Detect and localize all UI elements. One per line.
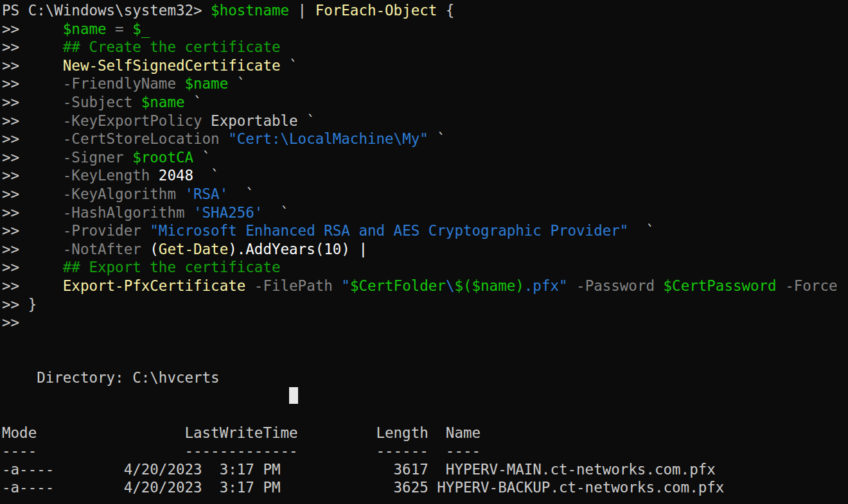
terminal-text: ForEach-Object [315,2,437,19]
terminal-text: $CertFolder [350,277,446,294]
terminal-text [2,387,289,404]
terminal-text: Get-Date [159,241,228,257]
terminal-line [2,405,848,424]
terminal-line: >> -NotAfter (Get-Date).AddYears(10) | [2,240,848,259]
terminal-text: 2048 [159,167,193,184]
terminal-text: >> [2,75,63,92]
terminal-line [2,332,848,351]
terminal-line: Mode LastWriteTime Length Name [2,424,848,442]
terminal-text: >> [2,222,63,239]
terminal-text: ## Create the certificate [63,39,281,55]
terminal-line: >> ## Export the certificate [2,258,848,277]
terminal-text: -a---- 4/20/2023 3:17 PM 3617 HYPERV-MAI… [2,461,716,478]
terminal-text: -Force [785,277,837,294]
terminal-text: ` [193,167,220,184]
terminal-line: >> Export-PfxCertificate -FilePath "$Cer… [2,277,848,295]
terminal-line: ---- ------------- ------ ---- [2,442,848,460]
terminal-cursor [289,387,298,404]
terminal-text: -FriendlyName [63,75,176,92]
terminal-text: >> [2,314,19,331]
terminal-text: .pfx" [524,277,568,294]
terminal-text: $name [184,75,228,92]
terminal-text: ` [228,75,245,92]
terminal-line: >> [2,313,848,332]
terminal-text: ` [428,130,446,147]
terminal-line: >> $name = $_ [2,20,848,39]
terminal-text [655,277,664,294]
terminal-line: >> New-SelfSignedCertificate ` [2,56,848,75]
terminal-text: Mode LastWriteTime Length Name [2,424,481,441]
terminal-text: -CertStoreLocation [63,130,220,147]
terminal-text: $CertPassword [664,277,777,294]
terminal-text [124,21,133,37]
terminal-text: >> [2,149,63,166]
terminal-text [124,149,133,166]
terminal-text [333,277,342,294]
terminal-text: "Cert:\LocalMachine\My" [228,130,428,147]
terminal-text: 'SHA256' [193,204,263,221]
terminal-text: | [289,2,315,19]
terminal-text: $($name) [454,277,524,294]
terminal-line: >> -FriendlyName $name ` [2,74,848,93]
terminal-text: $hostname [211,2,289,19]
terminal-text: >> [2,130,63,147]
terminal-text: $rootCA [132,149,193,166]
terminal-text: -a---- 4/20/2023 3:17 PM 3625 HYPERV-BAC… [2,479,724,496]
terminal-text: \ [446,277,455,294]
terminal-line: >> -Subject $name ` [2,93,848,112]
powershell-window: { "terminal": { "background": "#0c0c0c",… [0,0,848,504]
terminal-text [132,94,141,110]
terminal-text: -Password [576,277,655,294]
terminal-text: PS C:\Windows\system32> [2,2,211,19]
terminal-line: >> -KeyAlgorithm 'RSA' ` [2,185,848,204]
terminal-text: ` [628,222,655,239]
terminal-text: ` [280,57,297,74]
terminal-text: ` [228,186,254,202]
terminal-line: >> -KeyLength 2048 ` [2,166,848,185]
terminal-text [176,186,185,202]
terminal-text: { [437,2,454,19]
terminal-text: >> [2,112,63,129]
terminal-text: -Subject [63,94,132,110]
terminal-text [107,21,116,37]
terminal-line: >> -HashAlgorithm 'SHA256' ` [2,204,848,222]
terminal-text: ` [263,204,289,221]
terminal-text: >> [2,241,63,257]
terminal-text [141,222,150,239]
terminal-text: >> [2,94,63,110]
terminal-text: ## Export the certificate [63,259,281,275]
terminal-line: >> -Provider "Microsoft Enhanced RSA and… [2,222,848,240]
terminal-text: Export-PfxCertificate [63,277,245,294]
terminal-text: -Signer [63,149,124,166]
terminal-text: " [341,277,350,294]
terminal-line: -a---- 4/20/2023 3:17 PM 3617 HYPERV-MAI… [2,460,848,479]
terminal-text: $_ [132,21,150,37]
terminal-text [245,277,254,294]
terminal-text: $name [141,94,185,110]
terminal-text: -KeyAlgorithm [63,186,176,202]
terminal-line: >> -CertStoreLocation "Cert:\LocalMachin… [2,130,848,148]
terminal-text: ---- ------------- ------ ---- [2,442,481,459]
terminal-text: -NotAfter [63,241,141,257]
terminal-text [176,75,185,92]
terminal-text [184,204,193,221]
terminal-text: >> [2,21,63,37]
terminal-line: >> -KeyExportPolicy Exportable ` [2,112,848,130]
terminal-text: >> [2,186,63,202]
terminal-screen[interactable]: PS C:\Windows\system32> $hostname | ForE… [0,0,848,504]
terminal-text: = [115,21,124,37]
terminal-text: ` [193,149,211,166]
terminal-text: "Microsoft Enhanced RSA and AES Cryptogr… [150,222,628,239]
terminal-line: >> ## Create the certificate [2,38,848,56]
terminal-text: Exportable ` [202,112,315,129]
terminal-text [568,277,577,294]
terminal-text [141,241,150,257]
terminal-text: >> [2,259,63,275]
terminal-line: -a---- 4/20/2023 3:17 PM 3625 HYPERV-BAC… [2,478,848,497]
terminal-text [777,277,786,294]
terminal-line [2,350,848,369]
terminal-text: >> } [2,296,37,313]
terminal-text: ).AddYears(10) | [228,241,367,257]
terminal-line: >> -Signer $rootCA ` [2,148,848,167]
terminal-text: $name [63,21,107,37]
